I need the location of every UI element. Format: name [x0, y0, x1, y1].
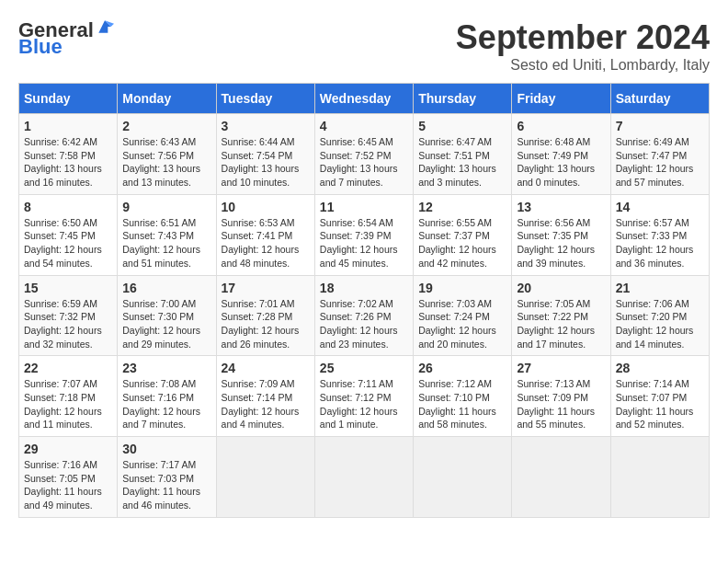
day-info: Sunrise: 7:08 AMSunset: 7:16 PMDaylight:…: [122, 378, 200, 430]
day-number: 24: [222, 361, 310, 375]
col-saturday: Saturday: [610, 84, 709, 114]
logo-icon: [96, 17, 114, 36]
day-info: Sunrise: 6:57 AMSunset: 7:33 PMDaylight:…: [616, 217, 694, 269]
logo-blue: Blue: [18, 35, 63, 59]
calendar-cell-day-14: 14 Sunrise: 6:57 AMSunset: 7:33 PMDaylig…: [610, 194, 709, 275]
day-info: Sunrise: 7:14 AMSunset: 7:07 PMDaylight:…: [616, 378, 694, 430]
day-info: Sunrise: 7:02 AMSunset: 7:26 PMDaylight:…: [320, 298, 398, 350]
calendar-cell-day-18: 18 Sunrise: 7:02 AMSunset: 7:26 PMDaylig…: [314, 275, 413, 356]
day-number: 2: [122, 119, 210, 133]
day-info: Sunrise: 7:00 AMSunset: 7:30 PMDaylight:…: [122, 298, 200, 350]
calendar-table: Sunday Monday Tuesday Wednesday Thursday…: [18, 83, 710, 518]
calendar-cell-day-28: 28 Sunrise: 7:14 AMSunset: 7:07 PMDaylig…: [610, 356, 709, 437]
day-number: 11: [320, 200, 408, 214]
day-number: 17: [222, 281, 310, 295]
empty-cell: [610, 437, 709, 518]
day-info: Sunrise: 6:42 AMSunset: 7:58 PMDaylight:…: [24, 136, 102, 188]
col-monday: Monday: [118, 84, 216, 114]
day-number: 23: [122, 361, 210, 375]
calendar-cell-day-22: 22 Sunrise: 7:07 AMSunset: 7:18 PMDaylig…: [19, 356, 118, 437]
calendar-week-row: 1 Sunrise: 6:42 AMSunset: 7:58 PMDayligh…: [19, 114, 710, 195]
calendar-cell-day-29: 29 Sunrise: 7:16 AMSunset: 7:05 PMDaylig…: [19, 437, 118, 518]
day-info: Sunrise: 7:09 AMSunset: 7:14 PMDaylight:…: [222, 378, 300, 430]
calendar-cell-day-27: 27 Sunrise: 7:13 AMSunset: 7:09 PMDaylig…: [512, 356, 610, 437]
calendar-cell-day-26: 26 Sunrise: 7:12 AMSunset: 7:10 PMDaylig…: [414, 356, 512, 437]
calendar-cell-day-25: 25 Sunrise: 7:11 AMSunset: 7:12 PMDaylig…: [314, 356, 413, 437]
day-info: Sunrise: 6:49 AMSunset: 7:47 PMDaylight:…: [616, 136, 694, 188]
day-info: Sunrise: 7:07 AMSunset: 7:18 PMDaylight:…: [24, 378, 102, 430]
day-info: Sunrise: 6:43 AMSunset: 7:56 PMDaylight:…: [122, 136, 200, 188]
day-number: 9: [122, 200, 210, 214]
day-number: 15: [24, 281, 112, 295]
day-number: 4: [320, 119, 408, 133]
empty-cell: [512, 437, 610, 518]
calendar-cell-day-4: 4 Sunrise: 6:45 AMSunset: 7:52 PMDayligh…: [314, 114, 413, 195]
calendar-cell-day-8: 8 Sunrise: 6:50 AMSunset: 7:45 PMDayligh…: [19, 194, 118, 275]
calendar-cell-day-20: 20 Sunrise: 7:05 AMSunset: 7:22 PMDaylig…: [512, 275, 610, 356]
calendar-cell-day-19: 19 Sunrise: 7:03 AMSunset: 7:24 PMDaylig…: [414, 275, 512, 356]
calendar-cell-day-30: 30 Sunrise: 7:17 AMSunset: 7:03 PMDaylig…: [118, 437, 216, 518]
day-info: Sunrise: 6:54 AMSunset: 7:39 PMDaylight:…: [320, 217, 398, 269]
day-number: 7: [616, 119, 704, 133]
day-number: 13: [517, 200, 605, 214]
day-number: 18: [320, 281, 408, 295]
calendar-cell-day-21: 21 Sunrise: 7:06 AMSunset: 7:20 PMDaylig…: [610, 275, 709, 356]
empty-cell: [216, 437, 314, 518]
calendar-cell-day-1: 1 Sunrise: 6:42 AMSunset: 7:58 PMDayligh…: [19, 114, 118, 195]
month-title: September 2024: [456, 18, 710, 57]
day-info: Sunrise: 6:51 AMSunset: 7:43 PMDaylight:…: [122, 217, 200, 269]
calendar-cell-day-24: 24 Sunrise: 7:09 AMSunset: 7:14 PMDaylig…: [216, 356, 314, 437]
day-number: 29: [24, 442, 112, 456]
col-tuesday: Tuesday: [216, 84, 314, 114]
day-number: 1: [24, 119, 112, 133]
calendar-cell-day-6: 6 Sunrise: 6:48 AMSunset: 7:49 PMDayligh…: [512, 114, 610, 195]
day-number: 8: [24, 200, 112, 214]
logo: General Blue: [18, 18, 114, 59]
day-number: 20: [517, 281, 605, 295]
day-info: Sunrise: 7:13 AMSunset: 7:09 PMDaylight:…: [517, 378, 595, 430]
day-info: Sunrise: 6:56 AMSunset: 7:35 PMDaylight:…: [517, 217, 595, 269]
day-info: Sunrise: 6:48 AMSunset: 7:49 PMDaylight:…: [517, 136, 595, 188]
calendar-cell-day-12: 12 Sunrise: 6:55 AMSunset: 7:37 PMDaylig…: [414, 194, 512, 275]
calendar-cell-day-16: 16 Sunrise: 7:00 AMSunset: 7:30 PMDaylig…: [118, 275, 216, 356]
day-number: 10: [222, 200, 310, 214]
day-info: Sunrise: 7:06 AMSunset: 7:20 PMDaylight:…: [616, 298, 694, 350]
day-info: Sunrise: 6:55 AMSunset: 7:37 PMDaylight:…: [418, 217, 496, 269]
empty-cell: [314, 437, 413, 518]
day-number: 25: [320, 361, 408, 375]
day-number: 6: [517, 119, 605, 133]
day-info: Sunrise: 7:11 AMSunset: 7:12 PMDaylight:…: [320, 378, 398, 430]
calendar-week-row: 29 Sunrise: 7:16 AMSunset: 7:05 PMDaylig…: [19, 437, 710, 518]
day-number: 14: [616, 200, 704, 214]
day-number: 19: [418, 281, 506, 295]
day-number: 30: [122, 442, 210, 456]
calendar-cell-day-10: 10 Sunrise: 6:53 AMSunset: 7:41 PMDaylig…: [216, 194, 314, 275]
day-info: Sunrise: 6:45 AMSunset: 7:52 PMDaylight:…: [320, 136, 398, 188]
day-info: Sunrise: 7:01 AMSunset: 7:28 PMDaylight:…: [222, 298, 300, 350]
day-number: 21: [616, 281, 704, 295]
day-number: 12: [418, 200, 506, 214]
calendar-cell-day-11: 11 Sunrise: 6:54 AMSunset: 7:39 PMDaylig…: [314, 194, 413, 275]
col-wednesday: Wednesday: [314, 84, 413, 114]
calendar-cell-day-5: 5 Sunrise: 6:47 AMSunset: 7:51 PMDayligh…: [414, 114, 512, 195]
day-info: Sunrise: 6:50 AMSunset: 7:45 PMDaylight:…: [24, 217, 102, 269]
calendar-header-row: Sunday Monday Tuesday Wednesday Thursday…: [19, 84, 710, 114]
day-number: 3: [222, 119, 310, 133]
day-info: Sunrise: 6:53 AMSunset: 7:41 PMDaylight:…: [222, 217, 300, 269]
day-number: 22: [24, 361, 112, 375]
col-sunday: Sunday: [19, 84, 118, 114]
day-number: 16: [122, 281, 210, 295]
title-section: September 2024 Sesto ed Uniti, Lombardy,…: [456, 18, 710, 74]
col-friday: Friday: [512, 84, 610, 114]
calendar-cell-day-13: 13 Sunrise: 6:56 AMSunset: 7:35 PMDaylig…: [512, 194, 610, 275]
day-number: 26: [418, 361, 506, 375]
day-info: Sunrise: 7:17 AMSunset: 7:03 PMDaylight:…: [122, 459, 200, 511]
location-subtitle: Sesto ed Uniti, Lombardy, Italy: [456, 57, 710, 74]
day-info: Sunrise: 7:16 AMSunset: 7:05 PMDaylight:…: [24, 459, 102, 511]
day-info: Sunrise: 6:47 AMSunset: 7:51 PMDaylight:…: [418, 136, 496, 188]
calendar-cell-day-15: 15 Sunrise: 6:59 AMSunset: 7:32 PMDaylig…: [19, 275, 118, 356]
day-number: 27: [517, 361, 605, 375]
calendar-week-row: 8 Sunrise: 6:50 AMSunset: 7:45 PMDayligh…: [19, 194, 710, 275]
day-info: Sunrise: 7:05 AMSunset: 7:22 PMDaylight:…: [517, 298, 595, 350]
day-info: Sunrise: 6:44 AMSunset: 7:54 PMDaylight:…: [222, 136, 300, 188]
